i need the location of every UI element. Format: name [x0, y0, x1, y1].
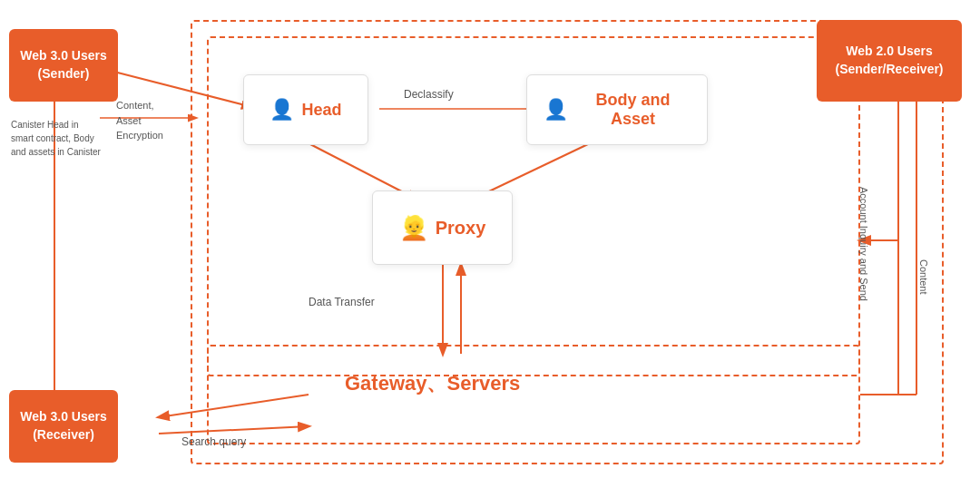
head-person-icon: 👤 — [270, 98, 294, 122]
diagram-container: Web 3.0 Users (Sender) Web 3.0 Users(Rec… — [0, 0, 980, 488]
account-inquiry-label: Account Inquiry and Send — [858, 187, 869, 301]
content-label: Content — [918, 259, 929, 295]
proxy-box: 👱 Proxy — [372, 190, 513, 265]
body-asset-label: Body and Asset — [575, 91, 691, 129]
web2-box: Web 2.0 Users(Sender/Receiver) — [817, 20, 962, 102]
web3-sender-label: Web 3.0 Users (Sender) — [20, 47, 107, 83]
web2-label: Web 2.0 Users(Sender/Receiver) — [835, 43, 943, 78]
proxy-person-icon: 👱 — [399, 214, 428, 242]
proxy-label: Proxy — [436, 218, 486, 239]
body-asset-box: 👤 Body and Asset — [526, 74, 708, 145]
web3-sender-box: Web 3.0 Users (Sender) — [9, 29, 118, 102]
head-label: Head — [301, 101, 341, 120]
body-person-icon: 👤 — [544, 98, 568, 122]
content-asset-label: Content,AssetEncryption — [116, 98, 163, 143]
gateway-dashed-rect — [207, 345, 860, 444]
gateway-label: Gateway、Servers — [345, 370, 520, 397]
search-query-label: Search query — [181, 435, 246, 448]
canister-label: Canister Head in smart contract, Body an… — [11, 118, 102, 159]
declassify-label: Declassify — [404, 88, 454, 101]
web3-receiver-box: Web 3.0 Users(Receiver) — [9, 390, 118, 463]
data-transfer-label: Data Transfer — [309, 296, 375, 308]
web3-receiver-label: Web 3.0 Users(Receiver) — [20, 408, 106, 444]
head-box: 👤 Head — [243, 74, 368, 145]
